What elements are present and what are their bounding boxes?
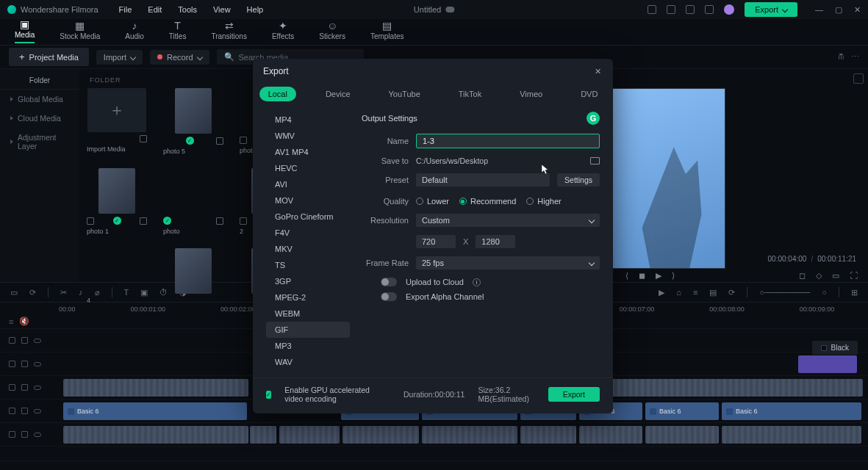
aspect-icon[interactable]: ▭ (832, 271, 839, 281)
settings-button[interactable]: Settings (557, 173, 600, 187)
timeline-clip[interactable] (628, 379, 863, 397)
mute-icon[interactable]: 🔇 (19, 317, 29, 326)
apps-icon[interactable] (686, 5, 695, 14)
menu-edit[interactable]: Edit (148, 5, 162, 14)
format-option[interactable]: GoPro Cineform (266, 209, 350, 225)
hide-icon[interactable] (21, 361, 28, 367)
tab-dvd[interactable]: DVD (572, 87, 606, 101)
more-icon[interactable]: ⋯ (851, 52, 859, 62)
preset-dropdown[interactable]: Default (416, 173, 550, 187)
format-option[interactable]: F4V (266, 225, 350, 241)
player-settings-icon[interactable] (853, 73, 864, 84)
timeline-play-icon[interactable]: ▶ (659, 288, 664, 297)
tab-vimeo[interactable]: Vimeo (511, 87, 551, 101)
eye-icon[interactable] (34, 339, 41, 343)
close-dialog-icon[interactable]: ✕ (592, 67, 603, 76)
tool-icon[interactable]: ▭ (10, 288, 18, 297)
import-media-tile[interactable]: ＋ Import Media (85, 88, 148, 155)
ribbon-audio[interactable]: ♪Audio (125, 21, 144, 43)
info-icon[interactable]: i (473, 278, 481, 286)
lock-icon[interactable] (9, 408, 15, 414)
ribbon-stock-media[interactable]: ▦Stock Media (60, 21, 100, 43)
format-option[interactable]: MPEG-2 (266, 289, 350, 306)
marker-tool-icon[interactable]: ▤ (709, 288, 717, 297)
avatar[interactable] (724, 4, 734, 15)
eye-icon[interactable] (34, 386, 41, 390)
cut-icon[interactable]: ✂ (60, 288, 67, 297)
effect-clip[interactable]: Basic 6 (722, 402, 861, 420)
name-input[interactable] (416, 134, 600, 148)
resolution-dropdown[interactable]: Custom (416, 214, 600, 227)
preview-canvas[interactable] (611, 88, 725, 269)
format-option[interactable]: AVI (266, 176, 350, 192)
ribbon-transitions[interactable]: ⇄Transitions (211, 21, 247, 43)
timeline-clip[interactable] (579, 426, 642, 444)
export-button-top[interactable]: Export (745, 2, 797, 17)
media-item[interactable]: 4 (85, 248, 148, 304)
project-media-button[interactable]: +Project Media (9, 48, 89, 66)
format-option[interactable]: MKV (266, 241, 350, 257)
timeline-clip[interactable] (520, 426, 576, 444)
black-chip[interactable]: Black (812, 341, 858, 355)
media-item[interactable]: ✓photo (162, 168, 225, 235)
record-button[interactable]: Record (150, 50, 209, 65)
render-icon[interactable]: ⟳ (728, 288, 735, 297)
cloud-sync-icon[interactable] (445, 7, 454, 12)
lock-icon[interactable] (9, 337, 15, 344)
mic-icon[interactable]: ⌂ (676, 288, 681, 297)
format-option[interactable]: TS (266, 257, 350, 273)
effect-clip[interactable]: Basic 6 (645, 402, 719, 420)
format-option[interactable]: 3GP (266, 273, 350, 289)
capture-icon[interactable]: ◻ (799, 271, 806, 281)
tab-local[interactable]: Local (259, 87, 296, 101)
marker-icon[interactable]: ◇ (816, 271, 822, 281)
format-option[interactable]: WAV (266, 354, 350, 370)
eye-icon[interactable] (34, 433, 41, 437)
hide-icon[interactable] (21, 337, 28, 344)
close-window-icon[interactable]: ✕ (854, 5, 861, 15)
format-option-selected[interactable]: GIF (266, 322, 350, 338)
timeline-clip[interactable] (798, 355, 857, 373)
export-alpha-toggle[interactable] (381, 292, 397, 301)
fullscreen-icon[interactable]: ⛶ (850, 271, 858, 280)
hub-icon[interactable] (648, 5, 656, 14)
play-icon[interactable]: ▶ (656, 271, 661, 281)
framerate-dropdown[interactable]: 25 fps (416, 256, 600, 270)
timeline-clip[interactable] (722, 426, 861, 444)
snap-icon[interactable]: ⊞ (851, 288, 858, 297)
menu-file[interactable]: File (119, 5, 132, 14)
media-item[interactable]: ✓photo 1 (85, 168, 148, 235)
ribbon-titles[interactable]: TTitles (169, 21, 187, 43)
next-frame-icon[interactable]: ⟩ (672, 271, 675, 281)
format-option[interactable]: AV1 MP4 (266, 144, 350, 160)
tab-tiktok[interactable]: TikTok (450, 87, 490, 101)
browse-folder-icon[interactable] (590, 157, 600, 164)
stop-icon[interactable]: ◼ (639, 271, 645, 281)
minimize-icon[interactable]: — (815, 5, 823, 15)
grammarly-icon[interactable]: G (587, 112, 600, 125)
quality-lower-radio[interactable]: Lower (416, 197, 449, 206)
menu-view[interactable]: View (213, 5, 231, 14)
lock-icon[interactable] (9, 384, 15, 391)
media-item[interactable]: ✓photo 5 (162, 88, 225, 155)
eye-icon[interactable] (34, 362, 41, 366)
tool-icon[interactable]: ⟳ (29, 288, 36, 297)
sidebar-item-cloud[interactable]: Cloud Media (0, 109, 79, 128)
zoom-fit-icon[interactable]: ○ (822, 288, 827, 297)
ribbon-templates[interactable]: ▤Templates (370, 21, 404, 43)
timeline-clip[interactable] (645, 426, 719, 444)
filter-icon[interactable]: ⫚ (837, 52, 845, 62)
hide-icon[interactable] (21, 384, 28, 391)
quality-higher-radio[interactable]: Higher (526, 197, 561, 206)
prev-frame-icon[interactable]: ⟨ (625, 271, 628, 281)
grid-icon[interactable] (705, 5, 714, 14)
menu-help[interactable]: Help (247, 5, 264, 14)
format-option[interactable]: MP4 (266, 112, 350, 128)
res-height-input[interactable]: 1280 (476, 235, 515, 248)
timeline-clip[interactable] (63, 426, 248, 444)
lock-icon[interactable] (9, 361, 15, 367)
format-option[interactable]: MP3 (266, 338, 350, 354)
gpu-checkbox[interactable]: ✓ (266, 391, 271, 399)
res-width-input[interactable]: 720 (416, 235, 456, 248)
tab-device[interactable]: Device (317, 87, 359, 101)
